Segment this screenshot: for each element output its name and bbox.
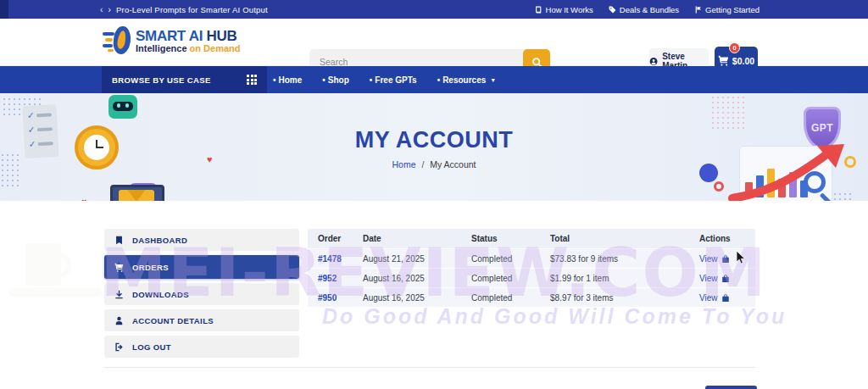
column-header-total: Total bbox=[550, 234, 667, 243]
topbar-link-getting-started[interactable]: Getting Started bbox=[694, 5, 760, 14]
sidebar-item-log-out[interactable]: LOG OUT bbox=[104, 336, 299, 358]
view-label: View bbox=[699, 293, 718, 303]
magnifier-illustration bbox=[804, 171, 826, 193]
sidebar-item-label: LOG OUT bbox=[132, 342, 171, 352]
logo-text-smart-ai: SMART AI bbox=[136, 28, 203, 44]
topbar-link-label: Getting Started bbox=[705, 5, 760, 14]
browse-by-use-case-button[interactable]: BROWSE BY USE CASE bbox=[102, 66, 267, 93]
topbar-link-deals-bundles[interactable]: Deals & Bundles bbox=[609, 5, 679, 14]
column-header-status: Status bbox=[471, 234, 550, 243]
order-number-link[interactable]: #1478 bbox=[318, 254, 342, 264]
announcement-prev-icon[interactable]: ‹ bbox=[100, 5, 103, 14]
bag-icon bbox=[721, 254, 730, 264]
dots-pattern bbox=[710, 95, 748, 129]
order-status: Completed bbox=[471, 293, 550, 303]
site-header: SMART AI HUB Intelligence on Demand Stev… bbox=[0, 19, 868, 66]
topbar-link-label: How It Works bbox=[546, 5, 593, 14]
cart-count-badge: 0 bbox=[729, 42, 740, 53]
account-content: mei-review DASHBOARD ORDERS DOWNLOADS AC… bbox=[0, 201, 868, 389]
table-row: #1478 August 21, 2025 Completed $73.83 f… bbox=[308, 249, 755, 268]
view-order-button[interactable]: View bbox=[699, 254, 747, 264]
account-sidebar: DASHBOARD ORDERS DOWNLOADS ACCOUNT DETAI… bbox=[104, 229, 299, 362]
order-total: $8.97 for 3 items bbox=[550, 293, 667, 303]
view-label: View bbox=[699, 254, 718, 264]
breadcrumb-current: My Account bbox=[430, 159, 476, 169]
table-row: #952 August 16, 2025 Completed $1.99 for… bbox=[308, 269, 755, 287]
sidebar-item-label: DOWNLOADS bbox=[132, 290, 189, 299]
logo-tagline-on-demand: on Demand bbox=[190, 43, 241, 53]
user-circle-icon bbox=[649, 57, 658, 66]
flag-icon bbox=[694, 6, 702, 14]
nav-item-free-gpts[interactable]: • Free GPTs bbox=[370, 75, 417, 85]
page-hero: ✓ ✓ ✓ ♥ ♥ GPT bbox=[0, 93, 868, 201]
breadcrumb: Home / My Account bbox=[0, 159, 868, 169]
nav-item-home[interactable]: • Home bbox=[273, 75, 302, 85]
nav-bullet: • bbox=[437, 75, 441, 85]
order-date: August 16, 2025 bbox=[363, 293, 471, 303]
order-status: Completed bbox=[471, 254, 550, 264]
sidebar-item-downloads[interactable]: DOWNLOADS bbox=[104, 283, 299, 305]
logo-tagline-intelligence: Intelligence bbox=[136, 43, 187, 53]
cart-total: $0.00 bbox=[732, 56, 754, 66]
order-total: $73.83 for 9 items bbox=[550, 254, 667, 264]
sidebar-item-label: DASHBOARD bbox=[132, 236, 187, 245]
column-header-order: Order bbox=[308, 234, 363, 243]
breadcrumb-separator: / bbox=[421, 159, 424, 169]
topbar-link-how-it-works[interactable]: How It Works bbox=[535, 5, 593, 14]
logo-text-hub: HUB bbox=[207, 28, 237, 44]
envelope-illustration bbox=[119, 190, 154, 201]
download-icon bbox=[114, 290, 124, 299]
cart-icon bbox=[114, 263, 124, 272]
column-header-actions: Actions bbox=[667, 234, 747, 243]
view-order-button[interactable]: View bbox=[699, 274, 747, 283]
page-title: MY ACCOUNT bbox=[0, 127, 868, 153]
user-icon bbox=[114, 316, 124, 325]
breadcrumb-home-link[interactable]: Home bbox=[392, 159, 415, 169]
topbar-link-label: Deals & Bundles bbox=[620, 5, 679, 14]
announcement-text: Pro-Level Prompts for Smarter AI Output bbox=[116, 5, 268, 14]
nav-item-label: Resources bbox=[442, 75, 486, 85]
orders-table: Order Date Status Total Actions #1478 Au… bbox=[308, 229, 755, 307]
view-order-button[interactable]: View bbox=[699, 293, 747, 303]
rocket-icon bbox=[103, 25, 131, 56]
order-status: Completed bbox=[471, 274, 550, 283]
order-date: August 16, 2025 bbox=[363, 274, 471, 283]
tag-icon bbox=[609, 6, 616, 14]
book-icon bbox=[535, 6, 542, 14]
dots-pattern bbox=[0, 153, 22, 186]
orders-table-header: Order Date Status Total Actions bbox=[308, 229, 755, 248]
mug-background-illustration bbox=[25, 243, 102, 297]
nav-item-shop[interactable]: • Shop bbox=[322, 75, 349, 85]
nav-item-label: Free GPTs bbox=[375, 75, 416, 85]
sidebar-item-label: ORDERS bbox=[132, 263, 169, 272]
order-number-link[interactable]: #950 bbox=[318, 293, 337, 303]
page: ‹ › Pro-Level Prompts for Smarter AI Out… bbox=[0, 0, 868, 389]
sidebar-item-account-details[interactable]: ACCOUNT DETAILS bbox=[104, 309, 299, 331]
announcement-next-icon[interactable]: › bbox=[108, 5, 112, 14]
nav-bullet: • bbox=[370, 75, 373, 85]
logo[interactable]: SMART AI HUB Intelligence on Demand bbox=[103, 25, 241, 56]
order-total: $1.99 for 1 item bbox=[550, 274, 667, 283]
order-date: August 21, 2025 bbox=[363, 254, 471, 264]
section-divider bbox=[103, 367, 755, 368]
bag-icon bbox=[721, 293, 730, 303]
ring-decoration bbox=[714, 181, 724, 192]
logout-icon bbox=[114, 342, 124, 352]
nav-bullet: • bbox=[273, 75, 276, 85]
topbar-corner-block bbox=[0, 0, 8, 19]
sidebar-item-dashboard[interactable]: DASHBOARD bbox=[104, 229, 299, 251]
bag-icon bbox=[721, 274, 730, 283]
cart-icon bbox=[718, 55, 729, 66]
main-navbar: BROWSE BY USE CASE • Home • Shop • Free … bbox=[0, 66, 868, 93]
grid-icon bbox=[247, 75, 257, 85]
nav-item-resources[interactable]: • Resources ▼ bbox=[437, 75, 497, 85]
table-row: #950 August 16, 2025 Completed $8.97 for… bbox=[308, 288, 755, 307]
announcement-bar: ‹ › Pro-Level Prompts for Smarter AI Out… bbox=[0, 0, 868, 19]
partial-bottom-button[interactable] bbox=[705, 386, 757, 389]
sidebar-item-orders[interactable]: ORDERS bbox=[104, 255, 299, 279]
nav-item-label: Home bbox=[279, 75, 303, 85]
sidebar-item-label: ACCOUNT DETAILS bbox=[132, 316, 214, 325]
chevron-down-icon: ▼ bbox=[490, 77, 496, 83]
order-number-link[interactable]: #952 bbox=[318, 274, 337, 283]
robot-teal-illustration bbox=[108, 95, 137, 119]
